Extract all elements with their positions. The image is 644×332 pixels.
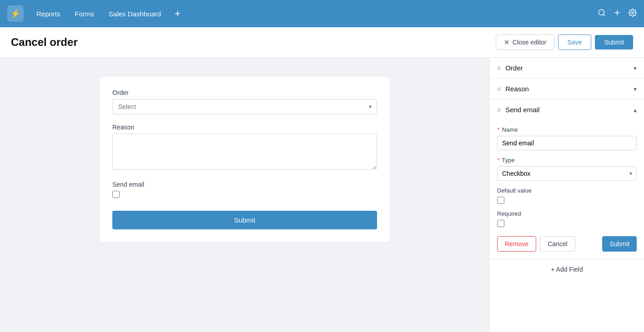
nav-item-forms[interactable]: Forms bbox=[70, 7, 100, 20]
panel-send-email-body: * Name * Type Checkbox Text Number Date bbox=[490, 126, 644, 259]
close-editor-label: Close editor bbox=[513, 39, 547, 46]
panel-order-header-left: ≡ Order bbox=[497, 64, 523, 72]
reason-textarea[interactable] bbox=[112, 134, 377, 170]
panel-section-reason: ≡ Reason ▾ bbox=[490, 79, 644, 99]
panel-send-email-header-left: ≡ Send email bbox=[497, 106, 539, 114]
send-email-drag-icon: ≡ bbox=[497, 106, 501, 114]
reason-chevron-icon: ▾ bbox=[634, 85, 637, 93]
send-email-checkbox[interactable] bbox=[112, 191, 120, 198]
right-panel: ≡ Order ▾ ≡ Reason ▾ ≡ Send email bbox=[489, 58, 644, 332]
panel-actions: Remove Cancel Submit bbox=[497, 236, 637, 252]
remove-button[interactable]: Remove bbox=[497, 236, 536, 252]
panel-send-email-title: Send email bbox=[505, 106, 539, 114]
send-email-chevron-icon: ▴ bbox=[634, 106, 637, 114]
top-navigation: ⚡ Reports Forms Sales Dashboard + bbox=[0, 0, 644, 27]
content-area: Order Select ▾ Reason Send email bbox=[0, 58, 644, 332]
type-required-star: * bbox=[497, 157, 499, 164]
panel-required-label: Required bbox=[497, 210, 637, 217]
panel-type-label: Type bbox=[502, 157, 514, 164]
main-header: Cancel order Close editor Save Submit bbox=[0, 27, 644, 58]
panel-reason-title: Reason bbox=[505, 85, 529, 93]
page-title: Cancel order bbox=[11, 36, 78, 49]
panel-send-email-header[interactable]: ≡ Send email ▴ bbox=[490, 99, 644, 120]
svg-line-1 bbox=[603, 14, 604, 15]
order-select[interactable]: Select bbox=[112, 99, 377, 114]
search-icon[interactable] bbox=[598, 9, 606, 19]
panel-type-label-row: * Type bbox=[497, 157, 637, 164]
panel-default-value-checkbox[interactable] bbox=[497, 197, 504, 204]
cancel-button[interactable]: Cancel bbox=[540, 236, 575, 252]
settings-icon[interactable] bbox=[629, 9, 637, 19]
send-email-label: Send email bbox=[112, 181, 377, 188]
order-chevron-icon: ▾ bbox=[634, 64, 637, 72]
panel-type-select-wrapper: Checkbox Text Number Date ▾ bbox=[497, 166, 637, 181]
app-logo: ⚡ bbox=[7, 5, 24, 22]
reason-label: Reason bbox=[112, 124, 377, 131]
reason-field-group: Reason bbox=[112, 124, 377, 172]
nav-add-button[interactable]: + bbox=[170, 6, 185, 21]
panel-order-header[interactable]: ≡ Order ▾ bbox=[490, 58, 644, 78]
panel-section-send-email: ≡ Send email ▴ * Name * Type bbox=[490, 99, 644, 259]
order-label: Order bbox=[112, 89, 377, 96]
submit-button[interactable]: Submit bbox=[595, 35, 633, 50]
panel-section-order: ≡ Order ▾ bbox=[490, 58, 644, 79]
send-email-field-group: Send email bbox=[112, 181, 377, 198]
order-drag-icon: ≡ bbox=[497, 64, 501, 72]
panel-reason-header[interactable]: ≡ Reason ▾ bbox=[490, 79, 644, 99]
order-field-group: Order Select ▾ bbox=[112, 89, 377, 114]
close-x-icon bbox=[503, 39, 510, 45]
name-required-star: * bbox=[497, 126, 499, 133]
svg-point-4 bbox=[632, 11, 634, 14]
panel-default-value-label: Default value bbox=[497, 187, 637, 194]
send-email-checkbox-row bbox=[112, 191, 377, 198]
panel-name-label: Name bbox=[502, 126, 518, 133]
nav-right-actions bbox=[598, 9, 637, 19]
reason-drag-icon: ≡ bbox=[497, 85, 501, 93]
panel-name-label-row: * Name bbox=[497, 126, 637, 133]
panel-name-input[interactable] bbox=[497, 136, 637, 150]
logo-icon: ⚡ bbox=[10, 9, 20, 19]
nav-item-reports[interactable]: Reports bbox=[31, 7, 66, 20]
panel-type-select[interactable]: Checkbox Text Number Date bbox=[497, 166, 637, 181]
nav-item-sales-dashboard[interactable]: Sales Dashboard bbox=[103, 7, 166, 20]
add-field-button[interactable]: + Add Field bbox=[490, 259, 644, 279]
form-card: Order Select ▾ Reason Send email bbox=[99, 76, 390, 243]
add-icon[interactable] bbox=[613, 9, 621, 19]
form-area: Order Select ▾ Reason Send email bbox=[0, 58, 489, 332]
panel-reason-header-left: ≡ Reason bbox=[497, 85, 529, 93]
panel-required-checkbox[interactable] bbox=[497, 220, 504, 227]
form-submit-button[interactable]: Submit bbox=[112, 211, 377, 229]
save-button[interactable]: Save bbox=[558, 35, 592, 50]
panel-order-title: Order bbox=[505, 64, 523, 72]
header-actions: Close editor Save Submit bbox=[496, 35, 633, 50]
order-select-wrapper: Select ▾ bbox=[112, 99, 377, 114]
panel-submit-button[interactable]: Submit bbox=[602, 236, 637, 252]
close-editor-button[interactable]: Close editor bbox=[496, 35, 554, 50]
